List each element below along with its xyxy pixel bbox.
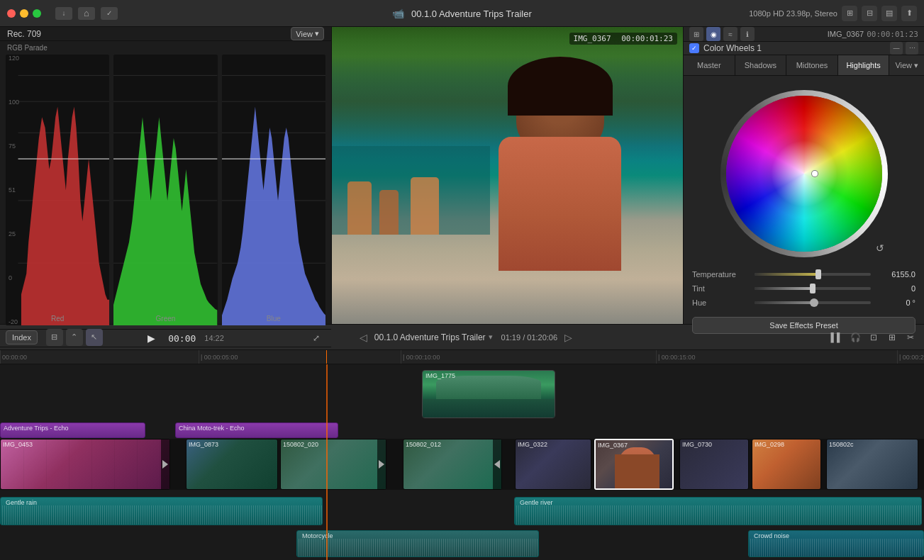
nav-back-button[interactable]: ◁ (355, 332, 372, 343)
tab-view[interactable]: View ▾ (889, 55, 924, 75)
audio-clip-motorcycle[interactable]: Motorcycle (296, 530, 539, 557)
headphone-icon[interactable]: 🎧 (847, 330, 863, 345)
clip-img0367[interactable]: IMG_0367 (594, 439, 674, 490)
color-wheel[interactable] (726, 96, 882, 252)
hue-value: 0 ° (876, 298, 915, 307)
purple-bar-echo1[interactable]: Adventure Trips - Echo (0, 422, 145, 438)
key-icon[interactable]: ⌂ (78, 7, 95, 20)
gentle-rain-waveform (1, 505, 322, 525)
skimming-icon[interactable]: ⌃ (66, 329, 83, 346)
ruler-mark-10: | 00:00:10:00 (401, 350, 440, 364)
wheel-reset-button[interactable]: ↺ (876, 242, 884, 254)
tab-midtones[interactable]: Midtones (786, 55, 838, 75)
hue-label: Hue (692, 298, 749, 307)
clip-img0298-label: IMG_0298 (752, 439, 820, 449)
layout-icon[interactable]: ⊞ (842, 6, 857, 21)
chevron-down-icon: ▾ (315, 29, 319, 38)
preview-panel: IMG_0367 00:00:01:23 (332, 27, 683, 324)
color-tabs: Master Shadows Midtones Highlights View … (684, 55, 924, 76)
back-icon[interactable]: ↓ (55, 7, 72, 20)
curves-icon[interactable]: ≈ (723, 27, 737, 41)
clip-timecode-overlay: 00:00:01:23 (621, 34, 673, 43)
clip-img0453[interactable]: IMG_0453 (0, 439, 170, 490)
tab-highlights[interactable]: Highlights (838, 55, 890, 75)
clip-150802012[interactable]: 150802_012 (403, 439, 502, 490)
color-wheel-area[interactable]: ↺ (684, 76, 924, 264)
clip-img0298[interactable]: IMG_0298 (752, 439, 821, 490)
snap-icon[interactable]: ⊟ (46, 329, 63, 346)
color-wheels-icon[interactable]: ◉ (706, 27, 720, 41)
close-button[interactable] (7, 9, 16, 18)
tint-value: 0 (876, 284, 915, 293)
ruler-playhead (326, 350, 327, 364)
blue-label: Blue (222, 315, 325, 323)
floating-clip[interactable]: IMG_1775 (422, 370, 555, 418)
temperature-thumb[interactable] (816, 269, 821, 279)
temperature-fill (755, 273, 818, 276)
color-panel: ⊞ ◉ ≈ ℹ IMG_0367 00:00:01:23 ✓ Color Whe… (683, 27, 924, 324)
maximize-button[interactable] (33, 9, 41, 18)
clip-info-label: IMG_0367 (828, 30, 864, 38)
tint-thumb[interactable] (810, 284, 816, 293)
enhance-icon[interactable]: ⊞ (689, 27, 703, 41)
hue-fill (755, 301, 813, 304)
scale-labels: 120 100 75 51 25 0 -20 (9, 55, 19, 325)
timeline-position: 01:19 / 01:20:06 (501, 333, 558, 342)
color-wheels-collapse[interactable]: — (890, 42, 903, 55)
minimize-button[interactable] (20, 9, 28, 18)
clip-img0873[interactable]: IMG_0873 (186, 439, 278, 490)
audio-meter-icon[interactable]: ▌▌ (829, 330, 845, 345)
timeline-nav: ◁ 00.1.0 Adventure Trips Trailer ▾ 01:19… (108, 332, 823, 343)
clip-150802c[interactable]: 150802c (826, 439, 918, 490)
gentle-river-waveform (515, 505, 921, 525)
traffic-lights (7, 9, 41, 18)
clip-icon[interactable]: ▤ (881, 6, 897, 21)
tab-shadows[interactable]: Shadows (735, 55, 787, 75)
video-info: 1080p HD 23.98p, Stereo (749, 9, 837, 18)
trim-edit-icon[interactable]: ✂ (903, 330, 918, 345)
motorcycle-waveform (297, 539, 538, 556)
grid-icon[interactable]: ⊟ (862, 6, 877, 21)
temperature-slider[interactable] (755, 273, 871, 276)
hue-row: Hue 0 ° (692, 298, 915, 307)
share-icon[interactable]: ⬆ (901, 6, 917, 21)
index-button[interactable]: Index (6, 330, 38, 345)
ruler-mark-5: | 00:00:05:00 (199, 350, 238, 364)
green-waveform (113, 55, 217, 325)
hue-slider[interactable] (755, 301, 871, 304)
tint-slider[interactable] (755, 287, 871, 290)
nav-forward-button[interactable]: ▷ (560, 332, 577, 343)
tint-row: Tint 0 (692, 284, 915, 293)
waveforms: 120 100 75 51 25 0 -20 (0, 55, 331, 329)
svg-marker-22 (222, 107, 325, 326)
scopes-panel: Rec. 709 View ▾ RGB Parade 120 100 75 51… (0, 27, 332, 324)
zoom-icon[interactable]: ⊞ (884, 330, 900, 345)
wheel-dark-vignette (726, 96, 882, 252)
audio-clip-crowd-noise[interactable]: Crowd noise (748, 530, 924, 557)
tint-fill (755, 287, 813, 290)
info-icon[interactable]: ℹ (740, 27, 755, 41)
color-wheels-checkbox[interactable]: ✓ (689, 43, 699, 53)
rgb-parade-label: RGB Parade (0, 41, 331, 55)
window-title: 📹 00.1.0 Adventure Trips Trailer (392, 8, 531, 19)
tab-master[interactable]: Master (684, 55, 735, 75)
audio-clip-gentle-river[interactable]: Gentle river (514, 497, 922, 525)
select-tool[interactable]: ↖ (86, 329, 103, 346)
wheel-handle[interactable] (811, 170, 818, 177)
wheel-container[interactable]: ↺ (720, 90, 888, 257)
hue-thumb[interactable] (810, 298, 818, 307)
clip-appearance-icon[interactable]: ⊡ (866, 330, 881, 345)
color-wheels-options[interactable]: ⋯ (906, 42, 918, 55)
green-channel: Green (113, 55, 217, 325)
color-wheels-selector: ✓ Color Wheels 1 — ⋯ (684, 42, 924, 55)
clip-150802020[interactable]: 150802_020 (280, 439, 386, 490)
scopes-header: Rec. 709 View ▾ (0, 27, 331, 41)
clip-img0453-label: IMG_0453 (1, 439, 169, 449)
audio-clip-gentle-rain[interactable]: Gentle rain (0, 497, 323, 525)
purple-bar-echo2[interactable]: China Moto-trek - Echo (175, 422, 338, 438)
check-icon[interactable]: ✓ (101, 7, 118, 20)
clip-img0730[interactable]: IMG_0730 (679, 439, 749, 490)
clip-img0367-label: IMG_0367 (596, 440, 672, 450)
scopes-view-button[interactable]: View ▾ (291, 27, 324, 40)
clip-img0322[interactable]: IMG_0322 (515, 439, 591, 490)
